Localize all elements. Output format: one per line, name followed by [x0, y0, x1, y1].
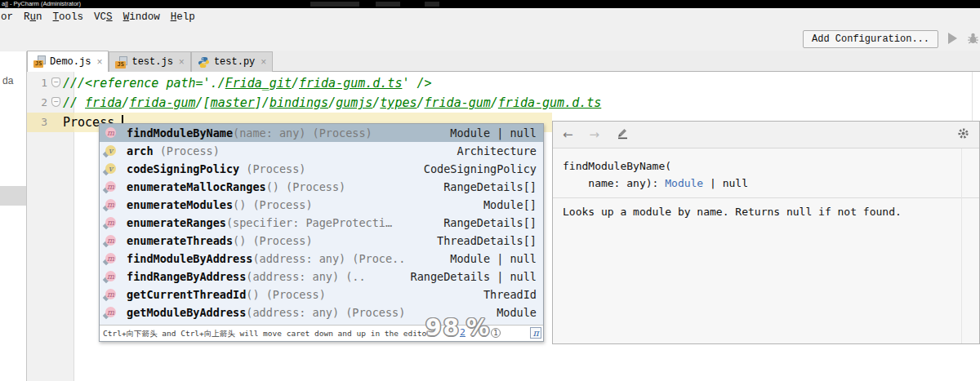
- project-panel-scroll-thumb[interactable]: [0, 186, 26, 206]
- window-title: aj] - PyCharm (Administrator): [2, 0, 81, 7]
- menu-item-window[interactable]: Window: [123, 11, 160, 23]
- tab-close-icon[interactable]: ×: [96, 56, 102, 68]
- js-file-icon: JS: [33, 55, 46, 68]
- menu-item-or[interactable]: or: [1, 11, 13, 23]
- line-number: 1: [27, 73, 47, 93]
- method-icon: m: [104, 289, 116, 301]
- fold-marker-icon[interactable]: −: [51, 97, 60, 107]
- code-segment: master: [211, 95, 255, 110]
- method-icon: m: [104, 307, 116, 319]
- code-segment: /: [372, 95, 380, 110]
- watermark-overlay: 98 2 % 1: [425, 317, 501, 339]
- tab-test-js[interactable]: JStest.js×: [109, 51, 190, 72]
- code-segment: frida-gum.d.ts: [299, 76, 402, 91]
- titlebar-artifact: [376, 2, 400, 7]
- menu-label-post: ools: [59, 11, 83, 23]
- forward-arrow-icon[interactable]: →: [590, 129, 600, 141]
- completion-hint-text: Ctrl+向下箭头 and Ctrl+向上箭头 will move caret …: [103, 329, 426, 338]
- icon-letter: m: [105, 181, 116, 192]
- completion-item-findModuleByName[interactable]: mfindModuleByName(name: any) (Process)Mo…: [100, 124, 543, 142]
- menu-item-vcs[interactable]: VCS: [94, 11, 113, 23]
- doc-scrollbar-track[interactable]: [961, 148, 962, 343]
- completion-name: enumerateModules: [127, 198, 233, 211]
- menu-label-post: elp: [176, 11, 195, 23]
- completion-type: RangeDetails | null: [404, 270, 537, 283]
- completion-item-enumerateThreads[interactable]: menumerateThreads() (Process)ThreadDetai…: [100, 232, 543, 250]
- menu-item-help[interactable]: Help: [171, 11, 195, 23]
- tab-test-py[interactable]: test.py×: [191, 51, 273, 72]
- completion-item-enumerateRanges[interactable]: menumerateRanges(specifier: PageProtecti…: [100, 214, 543, 232]
- icon-letter: m: [105, 289, 116, 299]
- menu-label-post: indow: [129, 11, 160, 23]
- completion-item-codeSigningPolicy[interactable]: vcodeSigningPolicy (Process)CodeSigningP…: [100, 160, 543, 178]
- icon-letter: m: [105, 307, 116, 317]
- completion-name: enumerateThreads: [127, 234, 233, 247]
- method-icon: m: [104, 235, 116, 247]
- code-segment: //: [63, 95, 85, 110]
- title-bar: aj] - PyCharm (Administrator): [0, 0, 980, 8]
- fold-marker-icon[interactable]: −: [51, 78, 60, 87]
- doc-signature-param: name: any):: [563, 177, 665, 189]
- tab-close-icon[interactable]: ×: [261, 56, 266, 68]
- completion-params: (name: any) (Process): [233, 126, 372, 140]
- completion-item-enumerateMallocRanges[interactable]: menumerateMallocRanges() (Process)RangeD…: [100, 178, 543, 196]
- completion-params: () (Process): [233, 234, 313, 247]
- completion-item-findRangeByAddress[interactable]: mfindRangeByAddress(address: any) (..Ran…: [100, 268, 543, 286]
- code-line-1: ///<reference path='./Frida_git/frida-gu…: [63, 73, 432, 93]
- completion-item-findModuleByAddress[interactable]: mfindModuleByAddress(address: any) (Proc…: [100, 250, 543, 268]
- doc-settings-gear-icon[interactable]: [957, 127, 969, 143]
- completion-item-enumerateModules[interactable]: menumerateModules() (Process)Module[]: [100, 196, 543, 214]
- code-segment: frida-gum: [425, 95, 491, 110]
- documentation-popup: ← → findModuleByName( name: any): Module…: [552, 121, 980, 344]
- edit-source-pencil-icon[interactable]: [616, 126, 629, 143]
- icon-letter: v: [105, 145, 116, 156]
- completion-type: ThreadDetails[]: [430, 234, 537, 247]
- watermark-circled-digit: 1: [491, 328, 501, 338]
- code-line-2: // frida/frida-gum/[master]/bindings/gum…: [63, 93, 601, 113]
- completion-type: RangeDetails[]: [437, 180, 537, 193]
- line-number: 2: [27, 93, 47, 113]
- completion-params: (Process): [239, 162, 305, 175]
- titlebar-artifact: [425, 2, 439, 7]
- code-segment: /: [491, 95, 498, 110]
- completion-params: () (Process): [246, 288, 326, 301]
- completion-type: RangeDetails[]: [437, 216, 537, 229]
- completion-list: mfindModuleByName(name: any) (Process)Mo…: [100, 124, 543, 325]
- method-icon: m: [104, 217, 116, 229]
- completion-item-getCurrentThreadId[interactable]: mgetCurrentThreadId() (Process)ThreadId: [100, 286, 543, 303]
- back-arrow-icon[interactable]: ←: [563, 129, 573, 141]
- code-segment: /: [292, 76, 299, 91]
- method-icon: m: [104, 181, 116, 193]
- completion-name: findModuleByName: [127, 126, 233, 140]
- add-configuration-button[interactable]: Add Configuration...: [803, 30, 938, 48]
- icon-letter: m: [105, 271, 116, 281]
- completion-type: Module[]: [477, 198, 537, 211]
- menu-mnemonic: u: [30, 11, 37, 23]
- menu-label-post: n: [36, 11, 42, 23]
- property-icon: v: [104, 163, 116, 175]
- watermark-number: 98: [425, 317, 461, 339]
- js-file-badge: JS: [33, 60, 43, 68]
- tab-demo-js[interactable]: JSDemo.js×: [27, 51, 109, 72]
- menu-item-run[interactable]: Run: [24, 11, 42, 23]
- debug-bug-icon[interactable]: [966, 31, 980, 45]
- menu-item-tools[interactable]: Tools: [53, 11, 84, 23]
- completion-params: (Process): [154, 144, 220, 157]
- completion-name: arch: [127, 144, 154, 157]
- method-icon: m: [104, 199, 116, 211]
- code-segment: ]/: [255, 95, 270, 110]
- menu-mnemonic: S: [106, 11, 113, 23]
- editor-scrollbar-edge[interactable]: [972, 72, 973, 121]
- completion-item-arch[interactable]: varch (Process)Architecture: [100, 142, 543, 160]
- tab-close-icon[interactable]: ×: [179, 56, 185, 68]
- completion-type: CodeSigningPolicy: [417, 162, 537, 175]
- doc-module-link[interactable]: Module: [665, 177, 703, 189]
- pycharm-window: aj] - PyCharm (Administrator) orRunTools…: [0, 0, 980, 381]
- run-icon[interactable]: [948, 33, 957, 44]
- completion-params: () (Process): [266, 180, 346, 193]
- menu-label-pre: VC: [94, 11, 106, 23]
- typescript-language-badge-icon: π: [530, 327, 541, 339]
- code-segment: frida-gum.d.ts: [498, 95, 601, 110]
- icon-letter: v: [105, 163, 116, 174]
- tab-label: test.js: [131, 56, 172, 68]
